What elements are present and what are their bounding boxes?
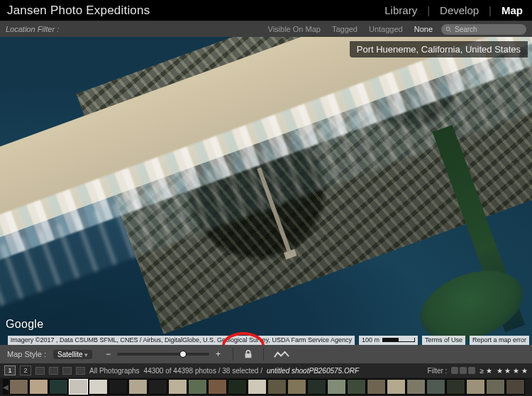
- module-map[interactable]: Map: [499, 4, 525, 16]
- filmstrip-thumb[interactable]: [367, 379, 386, 395]
- filmstrip-thumb[interactable]: [168, 379, 187, 395]
- collection-name[interactable]: All Photographs: [89, 367, 140, 375]
- filmstrip-thumb[interactable]: [406, 379, 426, 395]
- map-imagery-attribution: Imagery ©2017 , Data CSUMB SFML, CNES / …: [8, 336, 355, 345]
- loupe-view-icon[interactable]: [49, 367, 58, 375]
- rating-filter[interactable]: ≥ ★: [480, 367, 492, 375]
- location-filter-label: Location Filter :: [6, 25, 59, 33]
- filmstrip-info-bar: 1 2 All Photographs 44300 of 44398 photo…: [0, 363, 532, 378]
- module-switcher: Library | Develop | Map: [382, 4, 525, 16]
- map-style-bar: Map Style : Satellite − +: [0, 345, 532, 363]
- filmstrip-filter-label: Filter :: [428, 367, 448, 375]
- module-develop[interactable]: Develop: [438, 4, 481, 16]
- filmstrip-thumb[interactable]: [29, 379, 48, 395]
- filmstrip-thumb[interactable]: [426, 379, 445, 395]
- filmstrip-scroll-left[interactable]: ◀: [3, 379, 9, 395]
- filmstrip-thumb[interactable]: [267, 379, 287, 395]
- flag-icon[interactable]: [468, 367, 475, 374]
- secondary-display-2[interactable]: 2: [20, 365, 31, 375]
- current-filename: untitled shootPB260575.ORF: [267, 367, 359, 375]
- filmstrip[interactable]: ◀: [0, 378, 532, 396]
- search-icon: [445, 26, 452, 33]
- gps-track-button[interactable]: [274, 349, 289, 359]
- filmstrip-thumb[interactable]: [188, 379, 207, 395]
- map-location-overlay: Port Hueneme, California, United States: [350, 41, 528, 57]
- map-canvas[interactable]: Port Hueneme, California, United States …: [0, 37, 532, 345]
- filmstrip-thumb[interactable]: [9, 379, 28, 395]
- filmstrip-thumb[interactable]: [248, 379, 267, 395]
- zoom-slider-thumb[interactable]: [179, 351, 187, 358]
- divider: [263, 348, 264, 361]
- map-zoom-group: − +: [104, 350, 223, 359]
- module-separator: |: [425, 4, 432, 16]
- secondary-display-1[interactable]: 1: [4, 365, 16, 375]
- module-library[interactable]: Library: [382, 4, 419, 16]
- map-scalebar: 100 m: [359, 336, 418, 345]
- map-style-dropdown[interactable]: Satellite: [53, 350, 92, 359]
- location-filter-bar: Location Filter : Visible On Map Tagged …: [0, 21, 532, 37]
- map-report-link[interactable]: Report a map error: [470, 336, 529, 345]
- flag-filter[interactable]: [451, 367, 475, 374]
- flag-icon[interactable]: [451, 367, 458, 374]
- filmstrip-thumb[interactable]: [327, 379, 346, 395]
- filmstrip-thumb[interactable]: [69, 379, 88, 395]
- map-style-label: Map Style :: [7, 350, 46, 358]
- filmstrip-thumb[interactable]: [347, 379, 366, 395]
- filmstrip-thumb[interactable]: [506, 379, 525, 395]
- svg-point-0: [446, 27, 450, 31]
- filmstrip-thumb[interactable]: [49, 379, 68, 395]
- flag-icon[interactable]: [460, 367, 467, 374]
- filmstrip-thumb[interactable]: [228, 379, 247, 395]
- search-placeholder: Search: [455, 26, 477, 33]
- map-attribution-row: Imagery ©2017 , Data CSUMB SFML, CNES / …: [0, 335, 532, 345]
- map-search-input[interactable]: Search: [441, 24, 526, 35]
- map-scale-ticks: [382, 338, 415, 342]
- divider: [233, 348, 233, 361]
- grid-view-icon[interactable]: [35, 367, 45, 375]
- filter-untagged[interactable]: Untagged: [366, 25, 406, 33]
- svg-line-1: [450, 30, 451, 31]
- next-photo-icon[interactable]: [76, 367, 85, 375]
- filter-tagged[interactable]: Tagged: [329, 25, 360, 33]
- filmstrip-thumb[interactable]: [148, 379, 167, 395]
- photo-counts: 44300 of 44398 photos / 38 selected /: [144, 367, 262, 375]
- filmstrip-thumb[interactable]: [387, 379, 406, 395]
- rating-stars[interactable]: ★ ★ ★ ★: [497, 367, 528, 375]
- filter-none[interactable]: None: [411, 25, 436, 33]
- filmstrip-thumb[interactable]: [89, 379, 108, 395]
- zoom-slider[interactable]: [117, 353, 209, 356]
- map-scale-label: 100 m: [362, 336, 379, 345]
- brand-title: Jansen Photo Expeditions: [7, 4, 150, 18]
- filmstrip-thumb[interactable]: [446, 379, 465, 395]
- filmstrip-thumb[interactable]: [466, 379, 485, 395]
- filmstrip-thumb[interactable]: [307, 379, 326, 395]
- filmstrip-thumb[interactable]: [128, 379, 148, 395]
- module-separator: |: [487, 4, 494, 16]
- app-topbar: Jansen Photo Expeditions Library | Devel…: [0, 0, 532, 21]
- filmstrip-thumb[interactable]: [287, 379, 306, 395]
- map-terms-link[interactable]: Terms of Use: [422, 336, 465, 345]
- filmstrip-thumb[interactable]: [486, 379, 505, 395]
- filter-visible-on-map[interactable]: Visible On Map: [265, 25, 323, 33]
- zoom-in-button[interactable]: +: [214, 350, 223, 359]
- filmstrip-thumb[interactable]: [109, 379, 128, 395]
- zoom-out-button[interactable]: −: [104, 350, 113, 359]
- google-logo: Google: [6, 318, 43, 331]
- lock-icon[interactable]: [243, 349, 253, 359]
- prev-photo-icon[interactable]: [62, 367, 72, 375]
- filmstrip-thumb[interactable]: [208, 379, 227, 395]
